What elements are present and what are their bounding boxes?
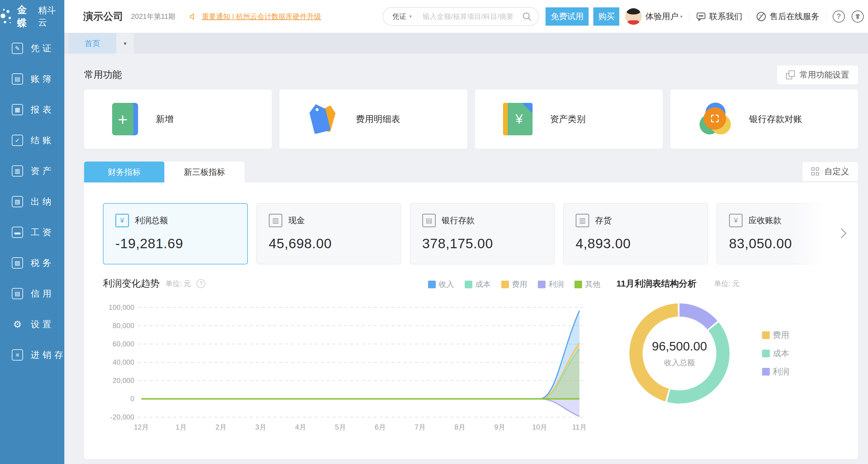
sidebar-item-assets[interactable]: ▥资产 bbox=[0, 156, 64, 186]
help-icon[interactable]: ? bbox=[196, 279, 205, 288]
donut-legend-expense[interactable]: 费用 bbox=[762, 330, 789, 341]
header-divider bbox=[826, 11, 826, 22]
sidebar-item-cashier[interactable]: ▧出纳 bbox=[0, 186, 64, 217]
notice-link[interactable]: 重要通知 | 杭州云会计数据库硬件升级 bbox=[202, 12, 321, 21]
user-name[interactable]: 体验用户 bbox=[645, 11, 678, 22]
grid-icon bbox=[811, 167, 819, 176]
help-button[interactable]: ? bbox=[833, 10, 845, 23]
legend-label: 利润 bbox=[773, 366, 789, 377]
x-tick: 5月 bbox=[335, 423, 346, 431]
legend-swatch bbox=[762, 350, 770, 357]
credit-icon: ▤ bbox=[12, 288, 23, 299]
line-profit bbox=[141, 399, 580, 417]
after-sales-service-button[interactable]: 售后在线服务 bbox=[755, 11, 819, 22]
sidebar-item-payroll[interactable]: ▬工资 bbox=[0, 217, 64, 247]
quick-functions-settings-button[interactable]: 常用功能设置 bbox=[777, 65, 858, 84]
profit-structure-donut[interactable]: 96,500.00 收入总额 bbox=[629, 303, 730, 404]
metrics-next-button[interactable] bbox=[835, 227, 848, 240]
legend-item-other[interactable]: 其他 bbox=[575, 279, 600, 290]
tab-home[interactable]: 首页 bbox=[69, 33, 116, 54]
metric-card-total-profit[interactable]: ¥利润总额 -19,281.69 bbox=[103, 203, 248, 264]
sidebar-item-voucher[interactable]: ✎凭证 bbox=[0, 33, 64, 64]
sidebar-item-label: 报表 bbox=[31, 104, 54, 116]
sidebar-item-label: 结账 bbox=[31, 134, 54, 146]
tab-list-chevron-down-icon[interactable]: ▼ bbox=[117, 33, 134, 54]
sidebar-item-credit[interactable]: ▤信用 bbox=[0, 278, 64, 309]
quick-card-bank-reconciliation[interactable]: 银行存款对账 bbox=[670, 90, 858, 148]
sidebar-item-inventory[interactable]: ≡进销存 bbox=[0, 340, 64, 370]
user-chevron-down-icon[interactable]: ▾ bbox=[680, 14, 682, 19]
sidebar-item-label: 设置 bbox=[31, 319, 54, 330]
metric-label: 利润总额 bbox=[135, 215, 168, 226]
avatar[interactable] bbox=[625, 8, 642, 25]
quick-functions-header: 常用功能 常用功能设置 bbox=[84, 65, 858, 84]
x-tick: 1月 bbox=[176, 423, 186, 431]
sidebar-item-reports[interactable]: ▦报表 bbox=[0, 94, 64, 125]
legend-item-income[interactable]: 收入 bbox=[428, 279, 454, 290]
accounting-period[interactable]: 2021年第11期 bbox=[131, 12, 175, 21]
indicators-panel: ¥利润总额 -19,281.69 ▥现金 45,698.00 ▤银行存款 378… bbox=[84, 183, 858, 459]
quick-card-label: 银行存款对账 bbox=[749, 113, 802, 125]
y-tick: 80,000 bbox=[113, 322, 134, 330]
area-profit bbox=[141, 399, 580, 417]
quick-card-label: 资产类别 bbox=[550, 113, 586, 125]
quick-card-add[interactable]: + 新增 bbox=[84, 90, 272, 148]
area-income bbox=[141, 311, 580, 399]
x-tick: 7月 bbox=[414, 423, 426, 431]
sidebar-item-label: 凭证 bbox=[31, 42, 54, 55]
global-search: 凭证 ▾ bbox=[383, 7, 539, 26]
x-tick: 3月 bbox=[255, 423, 266, 431]
quick-card-asset-category[interactable]: ¥ 资产类别 bbox=[475, 90, 663, 148]
legend-swatch bbox=[428, 280, 436, 288]
sidebar-item-tax[interactable]: ▨税务 bbox=[0, 247, 64, 278]
sidebar-item-ledgers[interactable]: ▤账簿 bbox=[0, 64, 64, 94]
legend-item-profit[interactable]: 利润 bbox=[538, 279, 564, 290]
search-category-dropdown[interactable]: 凭证 ▾ bbox=[383, 12, 411, 21]
donut-legend-cost[interactable]: 成本 bbox=[762, 348, 789, 359]
buy-button[interactable]: 购买 bbox=[593, 7, 619, 26]
header-divider bbox=[749, 11, 749, 22]
x-tick: 9月 bbox=[494, 423, 505, 431]
inventory-drawer-icon: ▥ bbox=[576, 214, 589, 227]
payroll-icon: ▬ bbox=[12, 227, 23, 238]
app-logo[interactable]: 金蝶 精斗云 bbox=[0, 0, 64, 33]
page-tab-bar: 首页 ▼ bbox=[64, 33, 868, 54]
assets-icon: ▥ bbox=[12, 165, 23, 176]
yen-bracket-icon: ¥ bbox=[115, 214, 129, 227]
add-icon: + bbox=[112, 103, 138, 135]
metric-card-bank-deposit[interactable]: ▤银行存款 378,175.00 bbox=[410, 203, 555, 264]
profit-structure-unit: 单位: 元 bbox=[714, 279, 739, 288]
x-tick: 11月 bbox=[572, 423, 587, 431]
metric-card-cash[interactable]: ▥现金 45,698.00 bbox=[256, 203, 401, 264]
donut-legend-profit[interactable]: 利润 bbox=[762, 366, 789, 377]
sidebar-item-settings[interactable]: ⚙设置 bbox=[0, 309, 64, 340]
tab-neeq-indicators[interactable]: 新三板指标 bbox=[164, 162, 245, 183]
free-trial-button[interactable]: 免费试用 bbox=[546, 7, 589, 26]
search-icon[interactable] bbox=[522, 11, 532, 22]
search-input[interactable] bbox=[423, 12, 522, 21]
legend-swatch bbox=[762, 331, 770, 339]
legend-item-expense[interactable]: 费用 bbox=[501, 279, 527, 290]
contact-us-button[interactable]: 联系我们 bbox=[696, 11, 742, 22]
tab-financial-indicators[interactable]: 财务指标 bbox=[84, 162, 164, 183]
sidebar-item-label: 信用 bbox=[31, 288, 54, 300]
metric-label: 银行存款 bbox=[442, 215, 475, 226]
ledger-icon: ▤ bbox=[12, 73, 23, 85]
customize-button[interactable]: 自定义 bbox=[803, 162, 858, 181]
sidebar-item-label: 进销存 bbox=[31, 349, 66, 361]
metric-card-inventory[interactable]: ▥存货 4,893.00 bbox=[563, 203, 708, 264]
expense-tags-icon bbox=[307, 103, 338, 136]
search-divider bbox=[417, 12, 417, 21]
sidebar-item-closing[interactable]: ✓结账 bbox=[0, 125, 64, 156]
metric-label: 现金 bbox=[288, 215, 305, 226]
quick-card-expense-detail[interactable]: 费用明细表 bbox=[279, 90, 467, 148]
quick-card-label: 新增 bbox=[156, 113, 174, 125]
indicator-tabs: 财务指标 新三板指标 bbox=[84, 162, 245, 183]
report-icon: ▦ bbox=[12, 104, 23, 115]
announcement-speaker-icon bbox=[189, 12, 198, 21]
theme-skin-button[interactable] bbox=[851, 10, 864, 23]
metric-card-accounts-receivable[interactable]: ¥应收账款 83,050.00 bbox=[717, 203, 825, 264]
profit-trend-unit: 单位: 元 bbox=[165, 279, 191, 288]
voucher-icon: ✎ bbox=[12, 43, 23, 54]
legend-item-cost[interactable]: 成本 bbox=[465, 279, 491, 290]
